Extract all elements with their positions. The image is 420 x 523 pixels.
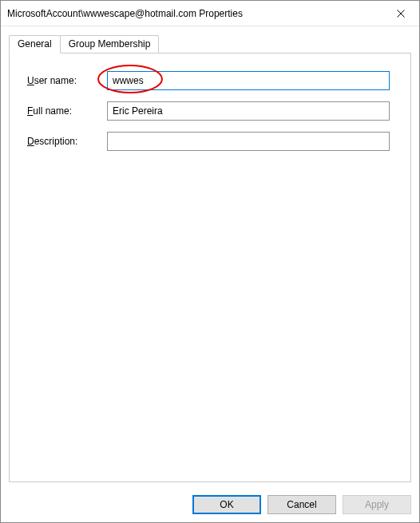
row-description: Description: (27, 132, 390, 151)
label-full-name: Full name: (27, 105, 107, 117)
apply-button[interactable]: Apply (343, 495, 411, 514)
window-title: MicrosoftAccount\wwwescape@hotmail.com P… (7, 8, 382, 19)
tab-strip: General Group Membership (9, 34, 411, 53)
tab-general[interactable]: General (9, 35, 61, 53)
label-description: Description: (27, 136, 107, 147)
ok-button[interactable]: OK (192, 495, 261, 514)
row-full-name: Full name: (27, 101, 390, 121)
tab-panel-general: User name: Full name: Description: (9, 53, 411, 482)
full-name-input[interactable] (107, 101, 390, 121)
close-icon (397, 10, 405, 18)
cancel-button[interactable]: Cancel (267, 495, 336, 514)
user-name-input[interactable] (107, 71, 390, 90)
close-button[interactable] (382, 1, 419, 26)
client-area: General Group Membership User name: Full… (1, 26, 419, 489)
titlebar: MicrosoftAccount\wwwescape@hotmail.com P… (1, 1, 419, 26)
properties-dialog: MicrosoftAccount\wwwescape@hotmail.com P… (0, 0, 420, 523)
row-user-name: User name: (27, 71, 390, 90)
tab-group-membership[interactable]: Group Membership (60, 35, 160, 53)
button-row: OK Cancel Apply (1, 489, 419, 522)
label-user-name: User name: (27, 75, 107, 86)
description-input[interactable] (107, 132, 390, 151)
